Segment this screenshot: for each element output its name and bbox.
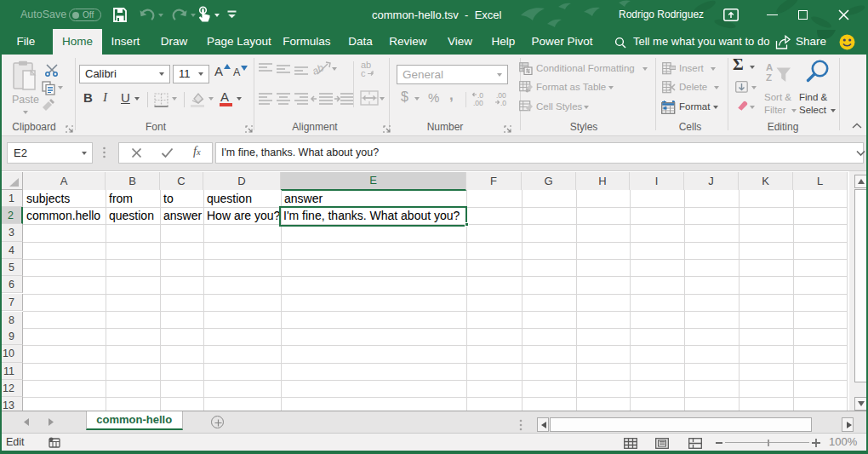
svg-text:.0: .0	[500, 99, 506, 107]
svg-text:A: A	[766, 62, 773, 72]
svg-text:.00: .00	[473, 99, 483, 107]
svg-text:ab: ab	[310, 61, 326, 78]
svg-text:Z: Z	[766, 72, 772, 83]
svg-text:c: c	[361, 68, 366, 78]
